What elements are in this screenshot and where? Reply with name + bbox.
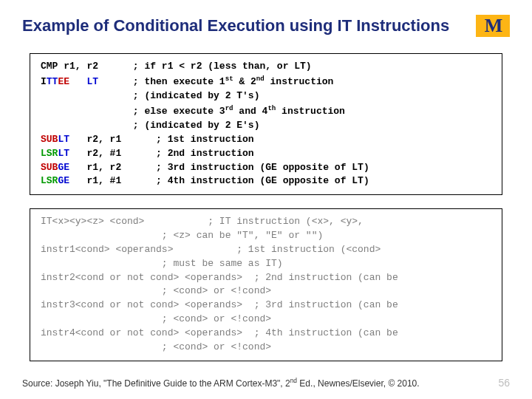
code-lsr: LSR	[41, 175, 58, 186]
code-sup: st	[225, 75, 233, 83]
code-line: instr1<cond> <operands> ; 1st instructio…	[41, 244, 381, 255]
code-line: ; <cond> or <!cond>	[41, 285, 271, 296]
code-txt: r1, #1 ; 4th instruction (GE opposite of…	[69, 175, 369, 186]
code-sub: SUB	[41, 134, 58, 145]
code-txt: and 4	[233, 106, 268, 117]
code-it-tt: TT	[47, 76, 58, 87]
code-line: ; <cond> or <!cond>	[41, 341, 271, 352]
code-txt: & 2	[233, 76, 256, 87]
code-txt: r1, r2 ; 3rd instruction (GE opposite of…	[69, 162, 369, 173]
code-example-box: CMP r1, r2 ; if r1 < r2 (less than, or L…	[30, 53, 502, 195]
code-line: ; <z> can be "T", "E" or "")	[41, 230, 323, 241]
code-line: instr2<cond or not cond> <operands> ; 2n…	[41, 272, 398, 283]
code-it-ee: EE	[58, 76, 69, 87]
code-line: CMP r1, r2 ; if r1 < r2 (less than, or L…	[41, 61, 312, 72]
code-line: ; <cond> or <!cond>	[41, 313, 271, 324]
code-txt: ; then execute 1	[98, 76, 225, 87]
code-lt: LT	[58, 134, 69, 145]
code-line: IT<x><y><z> <cond> ; IT instruction (<x>…	[41, 216, 364, 227]
code-line: instr4<cond or not cond> <operands> ; 4t…	[41, 327, 398, 338]
code-txt: ; else execute 3	[41, 106, 225, 117]
source-citation: Source: Joseph Yiu, "The Definitive Guid…	[22, 377, 420, 389]
page-number: 56	[498, 377, 510, 389]
code-sub: SUB	[41, 162, 58, 173]
slide-title: Example of Conditional Execution using I…	[22, 16, 449, 35]
code-lsr: LSR	[41, 148, 58, 159]
code-txt: r2, r1 ; 1st instruction	[69, 134, 254, 145]
code-txt	[69, 76, 86, 87]
logo-m-glyph: M	[485, 15, 502, 37]
code-line: ; (indicated by 2 E's)	[41, 120, 259, 131]
code-sup: nd	[256, 75, 265, 83]
code-txt: instruction	[276, 106, 345, 117]
code-line: instr3<cond or not cond> <operands> ; 3r…	[41, 299, 398, 310]
code-ge: GE	[58, 162, 69, 173]
code-txt: instruction	[265, 76, 334, 87]
um-logo: M	[476, 15, 510, 37]
code-lt: LT	[86, 76, 98, 87]
code-sup: th	[267, 104, 276, 112]
code-it-i: I	[41, 76, 47, 87]
code-ge: GE	[58, 175, 69, 186]
code-txt: r2, #1 ; 2nd instruction	[69, 148, 254, 159]
code-line: ; (indicated by 2 T's)	[41, 90, 259, 101]
code-lt: LT	[58, 148, 69, 159]
code-sup: rd	[225, 104, 233, 112]
code-line: ; must be same as IT)	[41, 258, 283, 269]
code-syntax-box: IT<x><y><z> <cond> ; IT instruction (<x>…	[30, 208, 502, 361]
